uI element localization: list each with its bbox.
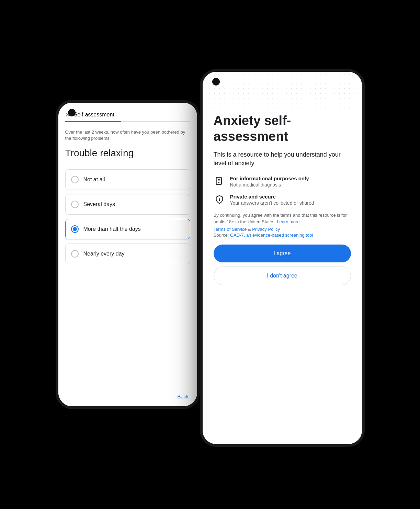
source-row: Source: GAD-7, an evidence-based screeni… xyxy=(214,233,351,238)
dot-pattern-bg xyxy=(203,72,362,110)
learn-more-link[interactable]: Learn more xyxy=(277,219,299,224)
back-question: Trouble relaxing xyxy=(65,147,190,159)
phone-front: ← Anxiety self-assessment This is a reso… xyxy=(200,69,365,447)
option-not-at-all[interactable]: Not at all xyxy=(65,169,190,190)
front-body: Anxiety self-assessment This is a resour… xyxy=(203,110,362,434)
info-item-private: Private and secure Your answers aren't c… xyxy=(214,194,351,206)
shield-icon xyxy=(214,194,225,205)
radio-more-than-half xyxy=(71,225,79,233)
phone-back: ✕ Self-assessment Over the last 2 weeks,… xyxy=(56,100,200,409)
terms-link[interactable]: Terms of Service xyxy=(214,227,247,232)
info-desc-informational: Not a medical diagnosis xyxy=(230,182,309,188)
option-nearly-every-day[interactable]: Nearly every day xyxy=(65,244,190,264)
option-more-than-half[interactable]: More than half the days xyxy=(65,219,190,239)
back-phone-header: ✕ Self-assessment xyxy=(65,111,190,120)
option-label-several-days: Several days xyxy=(83,201,115,207)
svg-point-4 xyxy=(218,198,220,200)
radio-not-at-all xyxy=(71,176,79,183)
info-text-private: Private and secure Your answers aren't c… xyxy=(230,194,314,206)
camera-back xyxy=(68,109,76,116)
front-title: Anxiety self-assessment xyxy=(214,113,351,144)
legal-text: By continuing, you agree with the terms … xyxy=(214,212,351,225)
option-label-not-at-all: Not at all xyxy=(83,177,105,183)
info-item-informational: For informational purposes only Not a me… xyxy=(214,176,351,188)
radio-inner-more-than-half xyxy=(73,227,77,231)
phones-container: ✕ Self-assessment Over the last 2 weeks,… xyxy=(56,48,365,461)
document-icon xyxy=(214,176,225,187)
legal-links-row: Terms of Service & Privacy Policy xyxy=(214,227,351,232)
agree-button[interactable]: I agree xyxy=(214,245,351,262)
screen-back: ✕ Self-assessment Over the last 2 weeks,… xyxy=(58,103,197,406)
info-desc-private: Your answers aren't collected or shared xyxy=(230,200,314,206)
dot-pattern-area: ← xyxy=(203,72,362,110)
back-button[interactable]: Back xyxy=(177,394,189,399)
source-link[interactable]: GAD-7, an evidence-based screening tool xyxy=(230,233,313,238)
radio-nearly-every-day xyxy=(71,250,79,258)
option-label-nearly-every-day: Nearly every day xyxy=(83,251,125,257)
screen-front: ← Anxiety self-assessment This is a reso… xyxy=(203,72,362,444)
progress-bar-fill xyxy=(65,121,122,122)
info-title-private: Private and secure xyxy=(230,194,314,200)
option-label-more-than-half: More than half the days xyxy=(83,226,141,232)
progress-bar-container xyxy=(65,121,190,122)
camera-front xyxy=(212,78,220,86)
back-footer: Back xyxy=(65,394,190,399)
option-several-days[interactable]: Several days xyxy=(65,194,190,215)
back-subtitle: Over the last 2 weeks, how often have yo… xyxy=(65,129,190,142)
radio-several-days xyxy=(71,201,79,208)
front-subtitle: This is a resource to help you understan… xyxy=(214,150,351,168)
header-title: Self-assessment xyxy=(74,112,114,118)
privacy-link[interactable]: Privacy Policy xyxy=(252,227,280,232)
info-title-informational: For informational purposes only xyxy=(230,176,309,181)
info-text-informational: For informational purposes only Not a me… xyxy=(230,176,309,188)
disagree-button[interactable]: I don't agree xyxy=(214,267,351,285)
